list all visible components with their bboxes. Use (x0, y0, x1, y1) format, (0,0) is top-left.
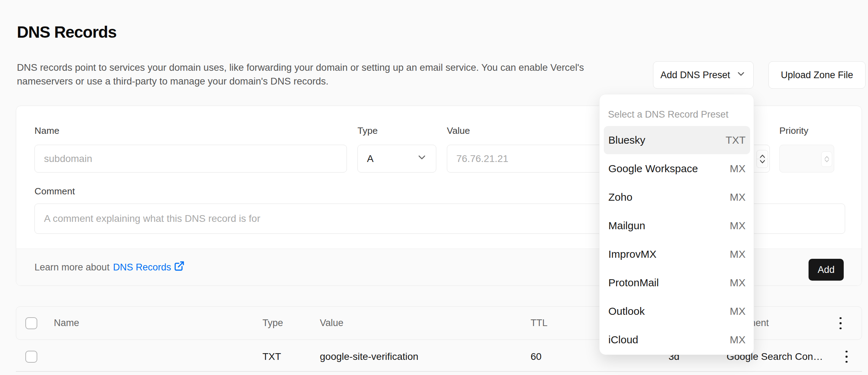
preset-item-type: MX (730, 277, 746, 289)
preset-item-type: MX (730, 334, 746, 346)
add-dns-preset-button[interactable]: Add DNS Preset (653, 61, 754, 89)
add-dns-preset-label: Add DNS Preset (660, 70, 730, 81)
preset-menu-item-zoho[interactable]: Zoho MX (604, 183, 750, 211)
dns-records-link-label: DNS Records (113, 262, 171, 273)
preset-menu-header: Select a DNS Record Preset (608, 109, 728, 120)
page-description-line2: nameservers or use a third-party to mana… (17, 74, 584, 88)
preset-item-label: Zoho (608, 191, 632, 203)
add-record-button-label: Add (818, 264, 835, 275)
column-header-value: Value (320, 306, 343, 340)
upload-zone-file-label: Upload Zone File (781, 70, 853, 81)
preset-menu-item-outlook[interactable]: Outlook MX (604, 297, 750, 325)
priority-label: Priority (779, 125, 808, 136)
preset-menu-item-icloud[interactable]: iCloud MX (604, 326, 750, 354)
type-select-value: A (367, 153, 374, 164)
preset-item-label: Mailgun (608, 220, 645, 232)
learn-more-prefix: Learn more about (34, 262, 109, 273)
dns-preset-menu: Select a DNS Record Preset Bluesky TXT G… (599, 94, 754, 355)
preset-menu-item-improvmx[interactable]: ImprovMX MX (604, 240, 750, 268)
preset-item-type: MX (730, 220, 746, 232)
stepper-divider (757, 159, 768, 159)
preset-item-type: MX (730, 191, 746, 203)
page-description-line1: DNS records point to services your domai… (17, 61, 584, 74)
row-type-cell: TXT (262, 351, 281, 362)
value-label: Value (447, 125, 470, 136)
column-header-type: Type (262, 306, 283, 340)
row-kebab-menu-icon[interactable] (839, 346, 854, 367)
table-header-kebab-menu-icon[interactable] (833, 313, 848, 334)
preset-item-type: TXT (726, 134, 746, 146)
name-label: Name (34, 125, 59, 136)
preset-menu-item-bluesky[interactable]: Bluesky TXT (604, 126, 750, 154)
preset-item-type: MX (730, 305, 746, 317)
dns-records-link[interactable]: DNS Records (113, 261, 185, 274)
type-select[interactable]: A (357, 145, 436, 173)
preset-item-label: Google Workspace (608, 163, 698, 175)
row-value-cell: google-site-verification (320, 351, 418, 362)
preset-item-label: ImprovMX (608, 248, 657, 260)
column-header-ttl: TTL (531, 306, 547, 340)
page-description: DNS records point to services your domai… (17, 61, 584, 88)
external-link-icon (174, 261, 185, 274)
row-divider (16, 371, 862, 372)
type-label: Type (357, 125, 378, 136)
preset-item-label: Bluesky (608, 134, 645, 146)
upload-zone-file-button[interactable]: Upload Zone File (768, 61, 866, 89)
name-input[interactable] (34, 145, 347, 173)
preset-menu-item-mailgun[interactable]: Mailgun MX (604, 212, 750, 240)
preset-item-label: ProtonMail (608, 277, 659, 289)
preset-menu-item-google-workspace[interactable]: Google Workspace MX (604, 155, 750, 183)
preset-item-label: Outlook (608, 305, 645, 317)
row-checkbox[interactable] (25, 351, 37, 363)
page-title: DNS Records (17, 23, 116, 42)
preset-item-type: MX (730, 248, 746, 260)
chevron-down-icon (736, 69, 746, 82)
select-all-checkbox[interactable] (25, 317, 37, 329)
row-ttl-cell: 60 (531, 351, 541, 362)
dns-records-page: DNS Records DNS records point to service… (0, 0, 868, 375)
preset-menu-item-protonmail[interactable]: ProtonMail MX (604, 269, 750, 297)
learn-more-text: Learn more about DNS Records (34, 261, 185, 274)
priority-stepper[interactable] (821, 151, 832, 167)
preset-item-type: MX (730, 163, 746, 175)
comment-label: Comment (34, 186, 75, 197)
ttl-stepper[interactable] (756, 150, 768, 168)
add-record-button[interactable]: Add (809, 259, 844, 281)
column-header-name: Name (54, 306, 79, 340)
preset-item-label: iCloud (608, 334, 638, 346)
chevron-down-icon (416, 152, 427, 165)
